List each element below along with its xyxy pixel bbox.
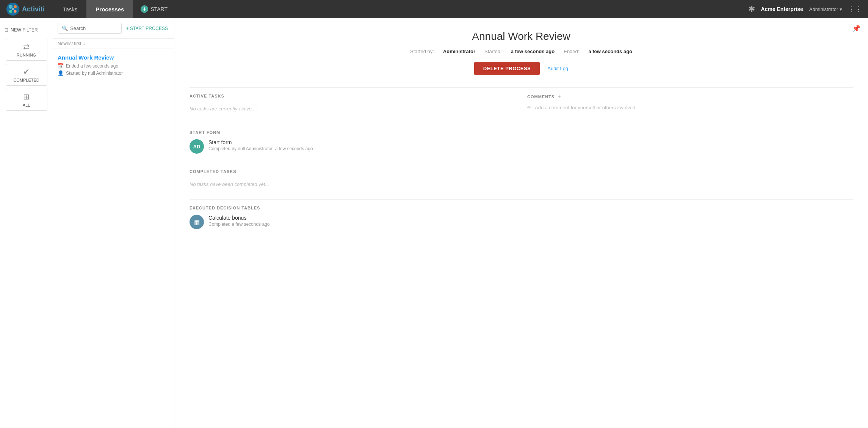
completed-tasks-section: COMPLETED TASKS No tasks have been compl… xyxy=(190,169,853,190)
sort-label: Newest first xyxy=(58,41,81,46)
decision-table-info: Calculate bonus Completed a few seconds … xyxy=(208,215,853,227)
nav-tab-processes[interactable]: Processes xyxy=(86,0,133,18)
started-by-value: Administrator xyxy=(443,49,475,54)
start-button[interactable]: + START xyxy=(133,0,175,18)
decision-table-item: ▦ Calculate bonus Completed a few second… xyxy=(190,215,853,229)
active-tasks-title: ACTIVE TASKS xyxy=(190,94,515,98)
start-form-section: START FORM AD Start form Completed by nu… xyxy=(190,130,853,154)
pencil-icon: ✏ xyxy=(527,104,532,110)
audit-log-link[interactable]: Audit Log xyxy=(547,66,568,71)
sidebar-all[interactable]: ⊞ ALL xyxy=(6,89,47,111)
top-navigation: Activiti Tasks Processes + START ✱ Acme … xyxy=(0,0,868,18)
sidebar-running[interactable]: ⇄ RUNNING xyxy=(6,39,47,61)
divider-2 xyxy=(190,124,853,124)
divider-1 xyxy=(190,87,853,88)
admin-chevron-icon: ▾ xyxy=(840,6,842,12)
search-icon: 🔍 xyxy=(62,25,68,31)
start-form-avatar: AD xyxy=(190,139,204,154)
completed-tasks-empty: No tasks have been completed yet... xyxy=(190,178,853,190)
nav-tab-tasks[interactable]: Tasks xyxy=(54,0,86,18)
start-form-title: START FORM xyxy=(190,130,853,135)
svg-point-2 xyxy=(14,5,17,8)
main-content: 📌 Annual Work Review Started by: Adminis… xyxy=(174,18,868,428)
process-list: 🔍 + START PROCESS Newest first ↕ Annual … xyxy=(53,18,174,428)
started-by-label: Started by: xyxy=(410,49,434,54)
active-tasks-section: ACTIVE TASKS No tasks are currently acti… xyxy=(190,94,515,115)
plus-icon: + xyxy=(141,5,148,13)
decision-table-name: Calculate bonus xyxy=(208,215,853,221)
comments-section: COMMENTS + ✏ Add a comment for yourself … xyxy=(527,94,853,115)
process-list-header: 🔍 + START PROCESS xyxy=(53,18,174,39)
new-filter-label: NEW FILTER xyxy=(11,27,38,33)
svg-point-4 xyxy=(14,10,17,13)
sort-icon: ↕ xyxy=(83,41,85,46)
all-icon: ⊞ xyxy=(23,92,30,101)
start-form-info: Start form Completed by null Administrat… xyxy=(208,139,853,151)
process-meta-row: Started by: Administrator Started: a few… xyxy=(190,49,853,54)
executed-decision-section: EXECUTED DECISION TABLES ▦ Calculate bon… xyxy=(190,206,853,229)
process-item-started-by: 👤 Started by null Administrator xyxy=(58,70,169,76)
start-process-label: + START PROCESS xyxy=(126,26,168,31)
comment-placeholder-text[interactable]: Add a comment for yourself or others inv… xyxy=(535,105,635,110)
sidebar: ⊟ NEW FILTER ⇄ RUNNING ✔ COMPLETED ⊞ ALL xyxy=(0,18,53,428)
sort-row: Newest first ↕ xyxy=(53,39,174,49)
process-item-ended: 📅 Ended a few seconds ago xyxy=(58,63,169,69)
admin-menu[interactable]: Administrator ▾ xyxy=(809,6,842,12)
new-filter-button[interactable]: ⊟ NEW FILTER xyxy=(0,24,53,36)
running-icon: ⇄ xyxy=(23,42,30,51)
nav-right: ✱ Acme Enterprise Administrator ▾ ⋮⋮ xyxy=(748,4,862,14)
process-item-title: Annual Work Review xyxy=(58,54,169,61)
active-tasks-comments-grid: ACTIVE TASKS No tasks are currently acti… xyxy=(190,94,853,115)
start-form-completed-text: Completed by null Administrator, a few s… xyxy=(208,146,853,151)
pin-icon[interactable]: 📌 xyxy=(852,24,860,33)
ended-value: a few seconds ago xyxy=(588,49,632,54)
running-label: RUNNING xyxy=(17,53,36,57)
process-list-item[interactable]: Annual Work Review 📅 Ended a few seconds… xyxy=(53,49,174,83)
admin-label: Administrator xyxy=(809,6,838,12)
nav-tabs: Tasks Processes xyxy=(54,0,133,18)
decision-table-icon: ▦ xyxy=(194,219,200,226)
search-box[interactable]: 🔍 xyxy=(58,23,122,34)
all-label: ALL xyxy=(23,103,30,107)
completed-label: COMPLETED xyxy=(13,78,39,82)
started-label: Started: xyxy=(484,49,502,54)
grid-icon[interactable]: ⋮⋮ xyxy=(848,5,862,13)
process-actions: DELETE PROCESS Audit Log xyxy=(190,62,853,75)
divider-3 xyxy=(190,163,853,163)
divider-4 xyxy=(190,199,853,200)
start-form-item: AD Start form Completed by null Administ… xyxy=(190,139,853,154)
sidebar-completed[interactable]: ✔ COMPLETED xyxy=(6,64,47,86)
comments-add-icon[interactable]: + xyxy=(558,94,561,100)
comments-title: COMMENTS + xyxy=(527,94,853,100)
filter-icon: ⊟ xyxy=(5,27,8,33)
svg-point-5 xyxy=(12,8,14,10)
executed-decision-title: EXECUTED DECISION TABLES xyxy=(190,206,853,210)
svg-point-3 xyxy=(9,10,12,13)
logo-text: Activiti xyxy=(22,5,45,13)
alfresco-logo-icon xyxy=(6,2,20,16)
completed-icon: ✔ xyxy=(23,67,30,76)
app-body: ⊟ NEW FILTER ⇄ RUNNING ✔ COMPLETED ⊞ ALL… xyxy=(0,18,868,428)
decision-table-icon-circle: ▦ xyxy=(190,215,204,229)
completed-tasks-title: COMPLETED TASKS xyxy=(190,169,853,174)
process-title: Annual Work Review xyxy=(190,30,853,42)
asterisk-icon: ✱ xyxy=(748,4,755,14)
svg-point-1 xyxy=(9,5,13,9)
logo: Activiti xyxy=(6,2,45,16)
search-input[interactable] xyxy=(70,25,118,31)
person-icon: 👤 xyxy=(58,70,64,76)
comment-add-row: ✏ Add a comment for yourself or others i… xyxy=(527,104,853,110)
enterprise-name: Acme Enterprise xyxy=(761,6,803,12)
ended-label: Ended: xyxy=(564,49,579,54)
started-value: a few seconds ago xyxy=(511,49,555,54)
start-button-label: START xyxy=(150,6,168,12)
delete-process-button[interactable]: DELETE PROCESS xyxy=(474,62,540,75)
start-form-name: Start form xyxy=(208,139,853,145)
active-tasks-empty: No tasks are currently active ... xyxy=(190,103,515,115)
calendar-icon: 📅 xyxy=(58,63,64,69)
start-process-button[interactable]: + START PROCESS xyxy=(125,24,169,33)
decision-table-completed-text: Completed a few seconds ago xyxy=(208,222,853,227)
